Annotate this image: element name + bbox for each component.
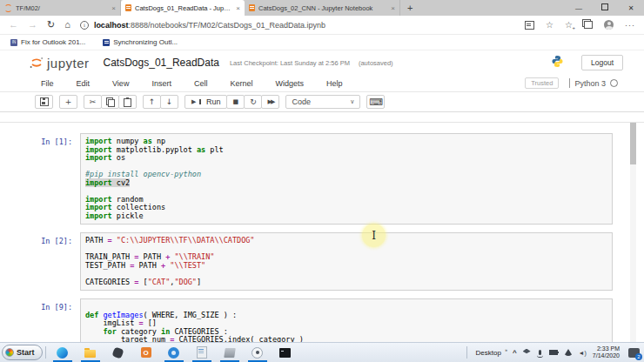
bookmark-favicon-icon: IN (10, 39, 17, 46)
new-tab-button[interactable]: + (400, 0, 419, 16)
tab-title: TF/M02/ (16, 4, 108, 12)
maximize-button[interactable] (592, 3, 618, 12)
browser-tab[interactable]: TF/M02/× (0, 0, 121, 16)
taskbar-icon-snagit[interactable] (104, 343, 132, 362)
camera-icon (168, 347, 179, 359)
start-button[interactable]: Start (2, 345, 43, 360)
show-hidden-icons[interactable]: ^ (513, 349, 517, 357)
favorite-star-icon[interactable]: ☆ (546, 21, 553, 30)
url-field[interactable]: i localhost:8888/notebooks/TF/M02/CatsDo… (80, 21, 515, 30)
cell-prompt: In [9]: (0, 298, 80, 346)
dropbox-icon[interactable] (523, 349, 531, 357)
cell-type-dropdown[interactable]: Code ∨ (285, 95, 360, 109)
taskbar-icon-terminal[interactable] (272, 343, 299, 362)
url-text[interactable]: localhost:8888/notebooks/TF/M02/CatsDogs… (94, 21, 325, 30)
menu-item-cell[interactable]: Cell (194, 79, 208, 88)
menu-item-kernel[interactable]: Kernel (230, 79, 252, 88)
browser-tab[interactable]: CatsDogs_02_CNN - Jupyter Notebook× (245, 0, 400, 16)
site-info-icon[interactable]: i (80, 21, 89, 30)
favorites-bar-icon[interactable]: ☆ (565, 21, 573, 30)
minimize-button[interactable]: — (566, 4, 592, 12)
menu-item-widgets[interactable]: Widgets (275, 79, 304, 88)
taskbar-icon-recorder[interactable] (244, 343, 272, 362)
terminal-icon (279, 348, 291, 358)
menu-item-insert[interactable]: Insert (151, 79, 171, 88)
appdoc-icon (197, 346, 207, 359)
browser-tab[interactable]: CatsDogs_01_ReadData - Jupyter Notebook× (121, 0, 245, 16)
run-icon: ▶ (191, 99, 196, 105)
notebook-area: In [1]:import numpy as npimport matplotl… (0, 112, 644, 346)
menu-item-help[interactable]: Help (326, 79, 343, 88)
notebook-title[interactable]: CatsDogs_01_ReadData (104, 57, 219, 69)
notification-badge: 2 (635, 353, 642, 360)
jupyter-logo-icon (30, 57, 44, 69)
paste-cell-button[interactable] (118, 95, 137, 109)
browser-tab-strip: TF/M02/×CatsDogs_01_ReadData - Jupyter N… (0, 0, 644, 16)
battery-icon[interactable] (549, 350, 558, 355)
volume-icon[interactable]: ◄) (579, 350, 587, 356)
home-icon[interactable]: ⌂ (64, 20, 70, 30)
move-cell-down-button[interactable]: ↓ (160, 95, 178, 109)
save-button[interactable] (35, 95, 53, 109)
save-icon (40, 97, 49, 106)
forward-icon[interactable]: → (28, 20, 37, 30)
collections-icon[interactable] (584, 21, 593, 29)
text-cursor-icon: I (372, 230, 376, 242)
restart-kernel-button[interactable]: ↻ (244, 95, 262, 109)
close-button[interactable]: ✕ (618, 4, 644, 12)
cell-input[interactable]: PATH = "C:\\JUPYTER\\TF\\DATA\\CATDOG" T… (80, 232, 613, 291)
snagit-icon (111, 346, 124, 359)
move-cell-up-button[interactable]: ↑ (143, 95, 161, 109)
command-palette-button[interactable]: ⌨ (366, 95, 385, 109)
action-center-icon[interactable]: 2 (628, 348, 640, 358)
menu-item-edit[interactable]: Edit (77, 79, 91, 88)
tab-close-icon[interactable]: × (111, 4, 116, 12)
wifi-icon[interactable] (564, 349, 573, 356)
menu-item-view[interactable]: View (112, 79, 129, 88)
jupyter-logo[interactable]: jupyter (30, 56, 90, 70)
interrupt-kernel-button[interactable]: ■ (226, 95, 245, 109)
cell-input[interactable]: import numpy as npimport matplotlib.pypl… (80, 133, 613, 225)
bookmark-item[interactable]: Synchronizing Outl... (103, 38, 178, 46)
taskbar-clock[interactable]: 2:33 PM 7/14/2020 (593, 345, 620, 359)
taskbar-icon-camera[interactable] (160, 343, 188, 362)
chevron-down-icon: ∨ (350, 98, 354, 105)
restart-run-all-button[interactable]: ▶▶ (261, 95, 279, 109)
profile-avatar[interactable] (604, 20, 614, 30)
clock-time: 2:33 PM (593, 345, 620, 352)
code-cell[interactable]: In [2]:PATH = "C:\\JUPYTER\\TF\\DATA\\CA… (0, 232, 644, 291)
code-cell[interactable]: In [1]:import numpy as npimport matplotl… (0, 133, 644, 225)
tab-close-icon[interactable]: × (236, 4, 240, 12)
microphone-icon[interactable] (539, 350, 541, 355)
code-cell[interactable]: In [9]: def getImages( WHERE, IMG_SIZE )… (0, 298, 644, 346)
tab-close-icon[interactable]: × (391, 4, 395, 12)
refresh-icon[interactable]: ↻ (47, 20, 55, 30)
logout-button[interactable]: Logout (581, 55, 623, 70)
desktop-toolbar[interactable]: Desktop» (476, 349, 506, 357)
add-cell-button[interactable]: + (59, 95, 77, 109)
cell-input[interactable]: def getImages( WHERE, IMG_SIZE ) : imgLi… (80, 298, 613, 346)
menu-item-file[interactable]: File (41, 79, 54, 88)
back-icon[interactable]: ← (9, 20, 18, 30)
cut-cell-button[interactable]: ✂ (84, 95, 102, 109)
system-tray: Desktop» ^ ◄) 2:33 PM 7/14/2020 2 (464, 345, 644, 359)
copy-icon (108, 99, 115, 107)
taskbar-icon-edge[interactable] (49, 343, 77, 362)
taskbar-icon-appbox[interactable] (216, 343, 244, 362)
kernel-name: Python 3 (574, 79, 606, 88)
reading-mode-icon[interactable] (525, 21, 534, 30)
explorer-icon (84, 350, 96, 358)
browser-menu-icon[interactable]: ··· (625, 21, 635, 30)
taskbar-icon-explorer[interactable] (77, 343, 104, 362)
copy-cell-button[interactable] (101, 95, 119, 109)
bookmark-item[interactable]: INFix for Outlook 201... (10, 38, 85, 46)
tab-strip-tabs: TF/M02/×CatsDogs_01_ReadData - Jupyter N… (0, 0, 400, 16)
scrollbar[interactable] (630, 123, 636, 346)
start-label: Start (17, 348, 35, 357)
taskbar-icon-appdoc[interactable] (188, 343, 216, 362)
kernel-indicator: Python 3 (569, 78, 618, 88)
taskbar-icon-outlook[interactable]: O (132, 343, 160, 362)
bookmarks-bar: INFix for Outlook 201...Synchronizing Ou… (0, 35, 644, 50)
run-button[interactable]: ▶ Run (184, 95, 227, 109)
scrollbar-thumb[interactable] (630, 123, 636, 164)
